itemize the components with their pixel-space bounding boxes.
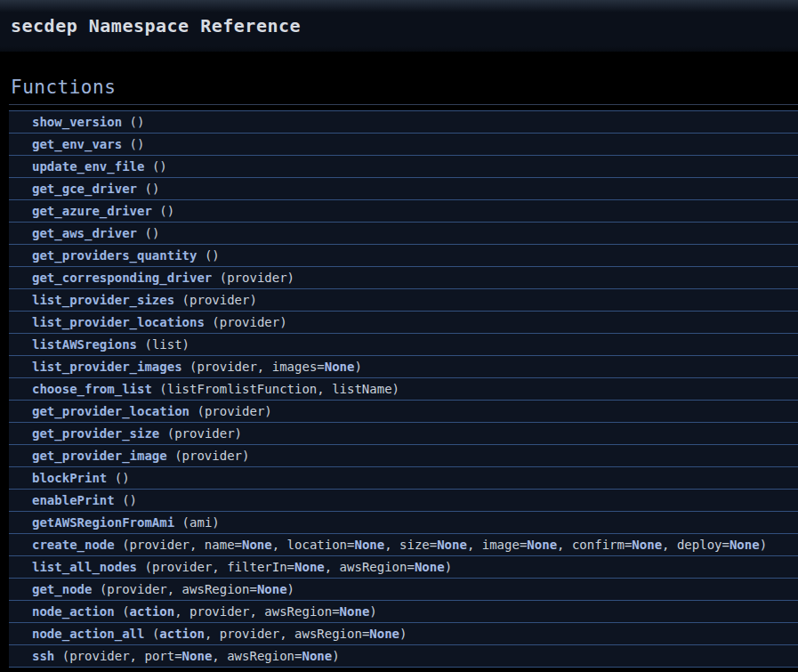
function-signature-cell: get_gce_driver () (9, 178, 798, 200)
function-name-link[interactable]: get_provider_image (32, 449, 167, 463)
function-name-link[interactable]: choose_from_list (32, 382, 152, 396)
signature-segment: None (242, 538, 272, 552)
function-row: update_env_file () (9, 156, 798, 178)
signature-segment: (provider) (167, 426, 242, 441)
signature-segment: (list) (144, 337, 189, 352)
signature-segment: (provider, filterIn= (144, 560, 294, 574)
signature-segment: () (152, 159, 167, 174)
signature-segment: , awsRegion= (212, 649, 302, 663)
function-signature-cell: get_providers_quantity () (9, 245, 798, 267)
signature-segment: action (159, 627, 205, 641)
function-signature-cell: node_action (action, provider, awsRegion… (9, 601, 798, 623)
signature-segment: ) (760, 538, 767, 552)
signature-segment: , deploy= (662, 538, 729, 552)
function-name-link[interactable]: get_aws_driver (32, 226, 137, 240)
signature-segment: None (415, 560, 445, 574)
signature-segment: None (437, 538, 467, 552)
function-signature-cell: list_all_nodes (provider, filterIn=None,… (9, 556, 798, 579)
function-row: enablePrint () (9, 490, 798, 512)
signature-segment: None (369, 627, 399, 641)
signature-segment: () (115, 471, 130, 485)
function-name-link[interactable]: get_gce_driver (32, 182, 137, 196)
function-row: get_gce_driver () (9, 178, 798, 200)
function-signature-cell: list_provider_sizes (provider) (9, 289, 798, 312)
signature-segment: (provider) (212, 315, 286, 329)
function-row: listAWSregions (list) (9, 334, 798, 356)
signature-segment: (provider) (220, 271, 294, 285)
function-name-link[interactable]: node_action (32, 604, 115, 619)
function-row: get_azure_driver () (9, 200, 798, 223)
function-name-link[interactable]: list_all_nodes (32, 560, 137, 574)
function-row: get_provider_image (provider) (9, 445, 798, 467)
function-name-link[interactable]: enablePrint (32, 493, 115, 507)
signature-segment: None (257, 582, 287, 596)
function-signature-cell: get_corresponding_driver (provider) (9, 267, 798, 289)
function-signature-cell: ssh (provider, port=None, awsRegion=None… (9, 645, 798, 668)
signature-segment: None (302, 649, 332, 663)
function-row: getAWSRegionFromAmi (ami) (9, 512, 798, 534)
signature-segment: ) (287, 582, 294, 596)
function-signature-cell: enablePrint () (9, 490, 798, 512)
signature-segment: (provider, images= (189, 360, 325, 374)
function-row: create_node (provider, name=None, locati… (9, 534, 798, 556)
function-row: ssh (provider, port=None, awsRegion=None… (9, 645, 798, 668)
signature-segment: () (144, 182, 159, 196)
signature-segment: None (729, 538, 760, 552)
function-row: show_version () (9, 111, 798, 134)
signature-segment: ) (445, 560, 452, 574)
function-name-link[interactable]: get_node (32, 582, 92, 596)
signature-segment: ) (399, 627, 407, 641)
function-name-link[interactable]: ssh (32, 649, 54, 663)
function-signature-cell: node_action_all (action, provider, awsRe… (9, 623, 798, 645)
function-name-link[interactable]: get_provider_location (32, 404, 189, 418)
function-row: choose_from_list (listFromlistFunction, … (9, 378, 798, 401)
function-signature-cell: blockPrint () (9, 467, 798, 490)
function-row: blockPrint () (9, 467, 798, 490)
signature-segment: (provider, name= (122, 538, 242, 552)
function-signature-cell: get_aws_driver () (9, 223, 798, 245)
function-signature-cell: get_provider_size (provider) (9, 423, 798, 445)
function-signature-cell: listAWSregions (list) (9, 334, 798, 356)
function-name-link[interactable]: list_provider_sizes (32, 293, 174, 307)
signature-segment: (provider, port= (62, 649, 182, 663)
function-name-link[interactable]: create_node (32, 538, 115, 552)
function-name-link[interactable]: listAWSregions (32, 337, 137, 352)
signature-segment: ) (332, 649, 339, 663)
signature-segment: (ami) (182, 515, 220, 530)
function-row: list_provider_locations (provider) (9, 312, 798, 334)
function-name-link[interactable]: getAWSRegionFromAmi (32, 515, 174, 530)
function-row: get_provider_size (provider) (9, 423, 798, 445)
signature-segment: , confirm= (557, 538, 632, 552)
signature-segment: action (130, 604, 175, 619)
function-signature-cell: get_provider_image (provider) (9, 445, 798, 467)
function-name-link[interactable]: get_corresponding_driver (32, 271, 212, 285)
signature-segment: (provider) (174, 449, 249, 463)
function-name-link[interactable]: list_provider_images (32, 360, 182, 374)
signature-segment: () (144, 226, 159, 240)
function-name-link[interactable]: get_env_vars (32, 137, 122, 151)
function-signature-cell: list_provider_locations (provider) (9, 312, 798, 334)
signature-segment: , size= (384, 538, 437, 552)
function-name-link[interactable]: blockPrint (32, 471, 107, 485)
function-name-link[interactable]: get_provider_size (32, 426, 159, 441)
function-signature-cell: get_azure_driver () (9, 200, 798, 223)
function-row: list_provider_sizes (provider) (9, 289, 798, 312)
signature-segment: None (182, 649, 213, 663)
function-name-link[interactable]: show_version (32, 115, 122, 129)
signature-segment: None (527, 538, 557, 552)
signature-segment: None (340, 604, 370, 619)
function-name-link[interactable]: list_provider_locations (32, 315, 205, 329)
function-signature-cell: choose_from_list (listFromlistFunction, … (9, 378, 798, 401)
function-name-link[interactable]: update_env_file (32, 159, 144, 174)
page-header: secdep Namespace Reference (0, 0, 798, 52)
signature-segment: , location= (272, 538, 355, 552)
function-name-link[interactable]: get_providers_quantity (32, 248, 197, 263)
function-name-link[interactable]: get_azure_driver (32, 204, 152, 218)
signature-segment: () (130, 137, 145, 151)
signature-segment: ) (354, 360, 361, 374)
function-name-link[interactable]: node_action_all (32, 627, 144, 641)
function-signature-cell: get_node (provider, awsRegion=None) (9, 579, 798, 601)
function-signature-cell: create_node (provider, name=None, locati… (9, 534, 798, 556)
function-row: list_all_nodes (provider, filterIn=None,… (9, 556, 798, 579)
function-row: list_provider_images (provider, images=N… (9, 356, 798, 378)
